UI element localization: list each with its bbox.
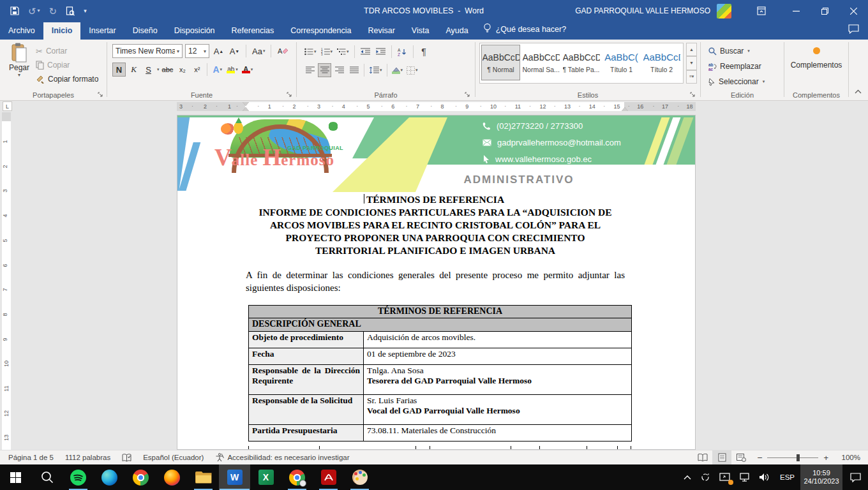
zoom-slider[interactable] [767,457,818,458]
taskbar-edge[interactable] [94,464,125,490]
bullets-button[interactable]: ▾ [303,45,318,59]
multilevel-list-button[interactable]: ▾ [336,45,350,59]
comments-icon[interactable] [848,24,859,40]
action-center-icon[interactable] [842,464,868,490]
style-titulo-2[interactable]: AaBbCcD Título 2 [642,45,681,80]
table-row-label[interactable]: Partida Presupuestaria [249,425,364,442]
table-row-label[interactable]: Fecha [249,348,364,365]
tab-archivo[interactable]: Archivo [0,22,43,40]
tab-stop-selector[interactable]: L [3,101,12,111]
taskbar-firefox[interactable] [156,464,188,490]
clear-formatting-button[interactable]: A [276,44,289,58]
italic-button[interactable]: K [127,63,140,77]
document-page[interactable]: (02)2773220 / 2773300 gadprvallehermoso@… [177,115,696,450]
align-center-button[interactable] [318,63,331,77]
taskbar-paint[interactable] [344,464,375,490]
ribbon-display-options-icon[interactable] [747,0,775,22]
print-preview-icon[interactable] [66,6,75,16]
zoom-slider-thumb[interactable] [797,454,800,461]
line-spacing-button[interactable]: ▾ [368,63,384,77]
align-right-button[interactable] [333,63,346,77]
zoom-in-icon[interactable]: + [823,453,828,463]
find-button[interactable]: Buscar ▾ [708,44,765,58]
zoom-percentage[interactable]: 100% [835,454,860,461]
style-normal[interactable]: AaBbCcDc ¶ Normal [481,45,520,80]
style-normal-sa[interactable]: AaBbCcDc Normal Sa... [521,45,560,80]
undo-icon[interactable]: ↺▾ [28,6,40,16]
taskbar-excel[interactable]: X [250,464,281,490]
show-marks-button[interactable]: ¶ [417,45,431,59]
table-row-label[interactable]: Objeto de procedimiento [249,332,364,348]
tray-chevron-icon[interactable] [679,464,696,490]
table-row-value[interactable]: Adquisición de arcos movibles. [364,332,632,348]
customize-qat-icon[interactable]: ▾ [84,8,87,14]
parrafo-dialog-launcher[interactable] [463,90,471,98]
tab-diseno[interactable]: Diseño [124,22,166,40]
font-name-combo[interactable]: Times New Roma ▾ [112,44,183,58]
styles-scroll-down-icon[interactable]: ▼ [686,56,697,70]
tab-disposicion[interactable]: Disposición [166,22,223,40]
paste-button[interactable]: Pegar ▾ [5,43,33,78]
tab-referencias[interactable]: Referencias [223,22,283,40]
addins-button[interactable]: Complementos [784,47,848,70]
language-indicator[interactable]: Español (Ecuador) [137,450,209,464]
word-count[interactable]: 1112 palabras [59,450,116,464]
underline-button[interactable]: S [142,63,155,77]
document-title[interactable]: TÉRMINOS DE REFERENCIA INFORME DE CONDIC… [246,193,625,257]
taskbar-acrobat[interactable] [313,464,344,490]
format-painter-button[interactable]: Copiar formato [36,72,98,86]
redo-icon[interactable]: ↻ [49,6,57,16]
estilos-dialog-launcher[interactable] [688,90,696,98]
horizontal-ruler[interactable]: 321···1·2·3·4·5·6·7·8·9·10·11·12·13·14·1… [177,102,696,111]
taskbar-word-active[interactable]: W [219,464,250,490]
tab-correspondencia[interactable]: Correspondencia [282,22,359,40]
styles-gallery-more-icon[interactable]: ≡▾ [686,70,697,84]
minimize-button[interactable] [782,0,811,22]
tab-ayuda[interactable]: Ayuda [437,22,476,40]
restore-button[interactable] [811,0,839,22]
table-row-value[interactable]: Sr. Luis Farias Vocal del GAD Parroquial… [364,395,632,425]
fuente-dialog-launcher[interactable] [285,90,293,98]
document-paragraph[interactable]: A fin de determinar las condiciones gene… [246,269,625,294]
tray-volume-icon[interactable] [754,464,774,490]
increase-indent-button[interactable] [374,45,387,59]
account-avatar[interactable] [717,4,731,19]
table-row-value[interactable]: 73.08.11. Materiales de Construcción [364,425,632,442]
justify-button[interactable] [347,63,361,77]
tab-inicio[interactable]: Inicio [43,22,81,40]
grow-font-button[interactable]: A▲ [212,44,225,58]
collapse-ribbon-icon[interactable] [855,85,862,96]
tab-insertar[interactable]: Insertar [80,22,124,40]
decrease-indent-button[interactable] [359,45,372,59]
table-row-value[interactable]: 01 de septiembre de 2023 [364,348,632,365]
vertical-ruler[interactable]: 12345678910111213 [2,112,11,450]
tab-vista[interactable]: Vista [403,22,438,40]
font-size-combo[interactable]: 12 ▾ [185,44,209,58]
accessibility-status[interactable]: Accesibilidad: es necesario investigar [209,450,355,464]
text-effects-button[interactable]: A▾ [211,63,224,77]
page-indicator[interactable]: Página 1 de 5 [0,450,59,464]
clock[interactable]: 10:59 24/10/2023 [800,464,842,490]
portapapeles-dialog-launcher[interactable] [96,90,104,98]
tray-network-icon[interactable] [735,464,754,490]
left-indent-marker[interactable] [243,107,249,111]
taskbar-spotify[interactable] [63,464,94,490]
table-row-label[interactable]: Responsable de la Dirección Requirente [249,365,364,395]
taskbar-search-button[interactable] [31,464,63,490]
table-header-cell[interactable]: TÉRMINOS DE REFERENCIA [249,306,632,318]
change-case-button[interactable]: Aa▾ [251,44,266,58]
copy-button[interactable]: Copiar [36,58,98,72]
font-color-button[interactable]: A▾ [241,63,255,77]
taskbar-chrome-profile[interactable] [281,464,313,490]
tray-teams-icon[interactable] [715,464,735,490]
select-button[interactable]: Seleccionar ▾ [708,75,765,89]
style-table-pa[interactable]: AaBbCcD ¶ Table Pa... [562,45,601,80]
table-row-value[interactable]: Tnlga. Ana Sosa Tesorera del GAD Parroqu… [364,365,632,395]
taskbar-chrome[interactable] [125,464,156,490]
tray-onedrive-icon[interactable] [696,464,715,490]
cut-button[interactable]: ✂ Cortar [36,44,98,58]
bold-button[interactable]: N [112,63,126,77]
start-button[interactable] [0,464,31,490]
taskbar-file-explorer[interactable] [188,464,219,490]
right-indent-marker[interactable] [622,107,628,111]
